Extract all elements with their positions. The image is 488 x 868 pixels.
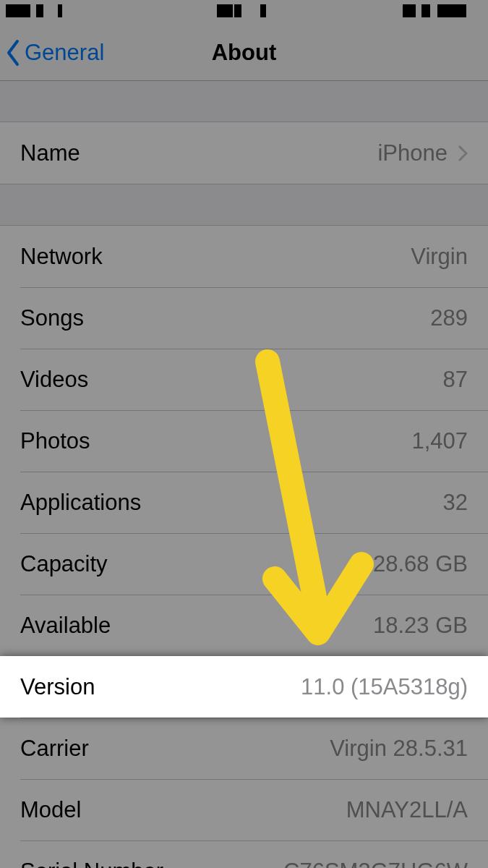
- capacity-label: Capacity: [20, 551, 108, 577]
- row-capacity: Capacity 28.68 GB: [0, 533, 488, 595]
- photos-label: Photos: [20, 428, 90, 454]
- network-label: Network: [20, 244, 103, 270]
- row-serial-number: Serial Number C76SM3G7HG6W: [0, 841, 488, 868]
- name-group: Name iPhone: [0, 122, 488, 184]
- available-value: 18.23 GB: [373, 613, 468, 639]
- section-spacer: [0, 184, 488, 225]
- row-videos: Videos 87: [0, 349, 488, 410]
- name-value: iPhone: [377, 140, 468, 166]
- model-label: Model: [20, 797, 81, 823]
- row-version-highlighted: Version 11.0 (15A5318g): [0, 656, 488, 718]
- name-value-text: iPhone: [377, 140, 448, 166]
- songs-label: Songs: [20, 305, 84, 331]
- videos-label: Videos: [20, 367, 88, 393]
- row-applications: Applications 32: [0, 472, 488, 533]
- back-button[interactable]: General: [4, 25, 104, 81]
- row-songs: Songs 289: [0, 287, 488, 349]
- capacity-value: 28.68 GB: [373, 551, 468, 577]
- details-group: Network Virgin Songs 289 Videos 87 Photo…: [0, 225, 488, 868]
- row-photos: Photos 1,407: [0, 410, 488, 472]
- carrier-label: Carrier: [20, 736, 89, 762]
- section-spacer: [0, 81, 488, 122]
- version-label: Version: [20, 674, 95, 700]
- row-carrier: Carrier Virgin 28.5.31: [0, 718, 488, 779]
- network-value: Virgin: [411, 244, 468, 270]
- videos-value: 87: [443, 367, 468, 393]
- row-network: Network Virgin: [0, 226, 488, 287]
- back-label: General: [25, 40, 104, 66]
- applications-value: 32: [443, 490, 468, 516]
- about-screen: General About Name iPhone Network Virgin…: [0, 0, 488, 868]
- chevron-right-icon: [458, 145, 468, 162]
- chevron-left-icon: [4, 38, 22, 67]
- model-value: MNAY2LL/A: [346, 797, 468, 823]
- applications-label: Applications: [20, 490, 141, 516]
- songs-value: 289: [430, 305, 468, 331]
- carrier-value: Virgin 28.5.31: [330, 736, 468, 762]
- serial-value: C76SM3G7HG6W: [283, 859, 468, 869]
- photos-value: 1,407: [411, 428, 468, 454]
- status-bar: [0, 0, 488, 25]
- serial-label: Serial Number: [20, 859, 163, 869]
- row-name[interactable]: Name iPhone: [0, 122, 488, 184]
- row-model: Model MNAY2LL/A: [0, 779, 488, 841]
- available-label: Available: [20, 613, 111, 639]
- version-value: 11.0 (15A5318g): [301, 674, 468, 700]
- version-highlight: Version 11.0 (15A5318g): [0, 656, 488, 718]
- row-available: Available 18.23 GB: [0, 595, 488, 656]
- nav-bar: General About: [0, 25, 488, 81]
- name-label: Name: [20, 140, 80, 166]
